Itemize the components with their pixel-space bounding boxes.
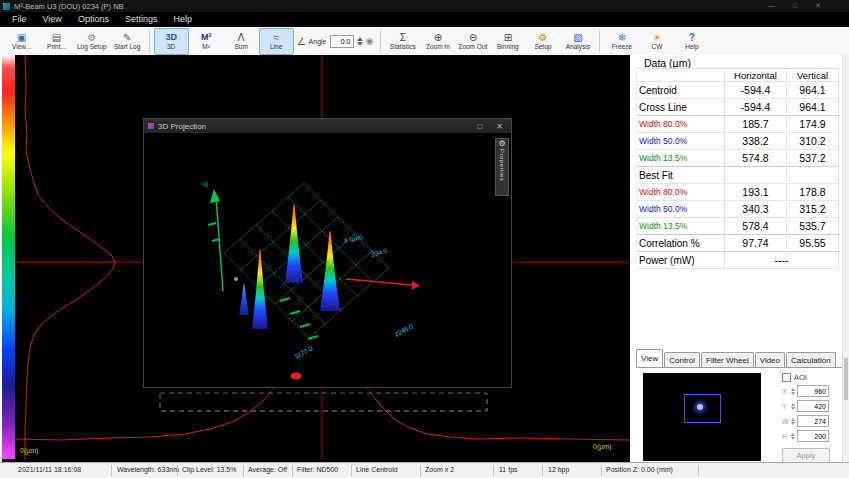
freeze-button[interactable]: ❄ Freeze [604, 28, 639, 55]
camera-preview[interactable] [643, 373, 761, 461]
aoi-h-input[interactable]: 200 [797, 430, 829, 442]
3d-button[interactable]: 3D 3D [154, 28, 189, 55]
sigma-icon: Σ [400, 32, 406, 43]
spin-up-icon[interactable] [791, 403, 795, 406]
sun-icon: ☀ [652, 32, 661, 43]
beam-peak-main [285, 203, 303, 283]
minimize-icon[interactable]: — [768, 0, 775, 12]
properties-tab-label: Properties [499, 149, 505, 181]
menu-file[interactable]: File [4, 12, 35, 27]
grid-icon: ⊞ [504, 32, 512, 43]
spin-up-icon[interactable] [791, 388, 795, 391]
line-button[interactable]: ≈ Line [259, 28, 294, 55]
tab-calculation[interactable]: Calculation [786, 352, 836, 367]
angle-input[interactable]: 0.0 [330, 35, 354, 48]
selection-dashed-rect[interactable] [160, 393, 487, 411]
table-row-fit-width80: Width 80.0% 193.1 178.8 [637, 184, 839, 201]
marker-dot [234, 277, 238, 281]
start-log-button[interactable]: ✎ Start Log [110, 28, 145, 55]
titlebar[interactable]: M²-Beam U3 (DOU) 0234 (P) NB — □ ✕ [0, 0, 849, 12]
aoi-w-input[interactable]: 274 [797, 415, 829, 427]
analysis-button[interactable]: ▧ Analysis [560, 28, 595, 55]
status-datetime: 2021/11/11 18:16:08 [18, 463, 81, 477]
3d-icon: 3D [165, 32, 177, 43]
m2-button[interactable]: M² M² [189, 28, 224, 55]
beam-display[interactable]: 0(µm) 0(µm) 3D Projection □ ✕ [0, 55, 630, 463]
angle-dial-icon[interactable]: ◉ [366, 36, 374, 46]
status-divider [243, 465, 244, 476]
statistics-button[interactable]: Σ Statistics [385, 28, 420, 55]
gear-icon: ⚙ [538, 32, 547, 43]
table-row-correlation: Correlation % 97.74 95.55 [637, 235, 839, 252]
toolbar-separator [380, 30, 381, 52]
spin-up-icon[interactable] [791, 433, 795, 436]
panel-scrollbar[interactable] [842, 55, 849, 463]
maximize-icon[interactable]: □ [793, 0, 797, 12]
log-setup-button[interactable]: ⚙ Log Setup [74, 28, 110, 55]
status-divider [292, 465, 293, 476]
projection-window-icon [148, 123, 154, 129]
binning-button[interactable]: ⊞ Binning [490, 28, 525, 55]
x-axis-caption: X (µm) [343, 233, 364, 245]
tab-control[interactable]: Control [664, 352, 700, 367]
status-divider [542, 465, 543, 476]
close-icon[interactable]: ✕ [815, 0, 821, 12]
zoom-in-button[interactable]: ⊕ Zoom In [420, 28, 455, 55]
table-row-width50: Width 50.0% 338.2 310.2 [637, 133, 839, 150]
help-button[interactable]: ? Help [674, 28, 709, 55]
scrollbar-thumb[interactable] [844, 358, 848, 400]
projection-body: % [144, 133, 511, 387]
z-axis: % [202, 181, 223, 291]
tab-view[interactable]: View [636, 349, 663, 367]
table-row-cross-line: Cross Line -594.4 964.1 [637, 99, 839, 116]
status-clip-level: Clip Level: 13.5% [182, 463, 236, 477]
apply-button[interactable]: Apply [782, 448, 830, 463]
cw-button[interactable]: ☀ CW [639, 28, 674, 55]
status-divider [601, 465, 602, 476]
projection-window: 3D Projection □ ✕ [143, 118, 512, 388]
menubar: File View Options Settings Help [0, 12, 849, 27]
gear-icon: ⚙ [498, 139, 505, 149]
column-header-vertical: Vertical [787, 69, 839, 82]
line-profile-icon: ≈ [273, 32, 279, 43]
tab-video[interactable]: Video [755, 352, 785, 367]
tab-filter-wheel[interactable]: Filter Wheel [701, 352, 754, 367]
wireframe-mesh [224, 183, 389, 374]
maximize-icon[interactable]: □ [477, 122, 482, 131]
spin-down-icon[interactable] [791, 407, 795, 410]
properties-tab[interactable]: ⚙ Properties [495, 138, 509, 196]
spin-down-icon[interactable] [791, 437, 795, 440]
status-divider [420, 465, 421, 476]
menu-view[interactable]: View [35, 12, 70, 27]
angle-spin-up-icon[interactable] [357, 37, 363, 41]
aoi-y-input[interactable]: 420 [797, 400, 829, 412]
view-button[interactable]: ▣ View... [4, 28, 39, 55]
gear-icon: ⚙ [87, 32, 96, 43]
menu-settings[interactable]: Settings [117, 12, 166, 27]
spin-up-icon[interactable] [791, 418, 795, 421]
setup-button[interactable]: ⚙ Setup [525, 28, 560, 55]
table-row-best-fit: Best Fit [637, 167, 839, 184]
close-icon[interactable]: ✕ [496, 122, 503, 131]
aoi-checkbox[interactable] [782, 373, 791, 382]
spin-down-icon[interactable] [791, 392, 795, 395]
angle-icon: ∠ [297, 36, 306, 47]
aoi-w-row: W 274 [782, 415, 840, 427]
projection-titlebar[interactable]: 3D Projection □ ✕ [144, 119, 511, 133]
angle-spin-down-icon[interactable] [357, 42, 363, 46]
spin-down-icon[interactable] [791, 422, 795, 425]
printer-icon: ▤ [52, 32, 61, 43]
projection-3d-plot: % [144, 133, 511, 387]
table-row-width135: Width 13.5% 574.8 537.2 [637, 150, 839, 167]
table-header-row: Horizontal Vertical [637, 69, 839, 82]
aoi-x-input[interactable]: 960 [797, 385, 829, 397]
beam-peak-small [239, 283, 249, 315]
print-button[interactable]: ▤ Print... [39, 28, 74, 55]
menu-options[interactable]: Options [70, 12, 117, 27]
zoom-out-button[interactable]: ⊖ Zoom Out [455, 28, 490, 55]
status-wavelength: Wavelength: 633nm [117, 463, 179, 477]
menu-help[interactable]: Help [165, 12, 200, 27]
angle-control[interactable]: ∠ Angle 0.0 ◉ [294, 29, 377, 54]
zoom-out-icon: ⊖ [469, 32, 477, 43]
sum-button[interactable]: Λ Sum [224, 28, 259, 55]
